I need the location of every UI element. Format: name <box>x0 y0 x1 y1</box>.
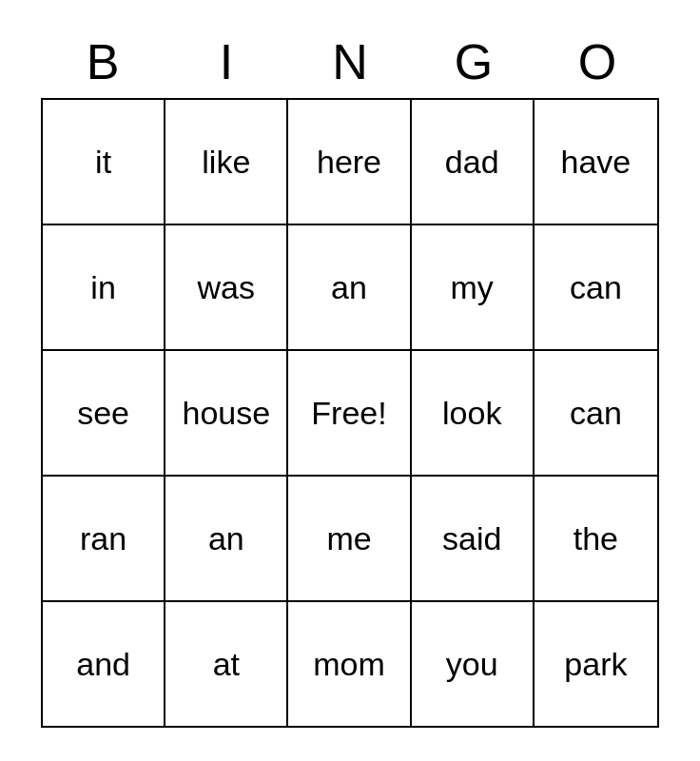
letter-n: N <box>288 33 412 90</box>
bingo-cell[interactable]: ran <box>43 477 165 600</box>
bingo-row: rananmesaidthe <box>43 477 657 602</box>
letter-b: B <box>41 33 165 90</box>
letter-i: I <box>165 33 288 90</box>
bingo-cell[interactable]: my <box>412 225 535 349</box>
bingo-cell[interactable]: mom <box>288 602 411 726</box>
bingo-cell[interactable]: dad <box>412 100 535 224</box>
bingo-cell[interactable]: an <box>288 225 411 349</box>
bingo-row: itlikeheredadhave <box>43 100 657 225</box>
bingo-cell[interactable]: like <box>165 100 288 224</box>
bingo-cell[interactable]: have <box>535 100 657 224</box>
letter-g: G <box>412 33 535 90</box>
bingo-cell[interactable]: Free! <box>288 351 411 475</box>
bingo-cell[interactable]: can <box>535 225 657 349</box>
bingo-grid: itlikeheredadhaveinwasanmycanseehouseFre… <box>41 98 659 728</box>
bingo-cell[interactable]: me <box>288 477 411 600</box>
bingo-cell[interactable]: house <box>165 351 288 475</box>
bingo-cell[interactable]: an <box>165 477 288 600</box>
bingo-row: seehouseFree!lookcan <box>43 351 657 477</box>
bingo-cell[interactable]: can <box>535 351 657 475</box>
bingo-cell[interactable]: it <box>43 100 165 224</box>
bingo-cell[interactable]: here <box>288 100 411 224</box>
bingo-row: andatmomyoupark <box>43 602 657 726</box>
bingo-cell[interactable]: the <box>535 477 657 600</box>
bingo-cell[interactable]: in <box>43 225 165 349</box>
bingo-cell[interactable]: see <box>43 351 165 475</box>
bingo-cell[interactable]: was <box>165 225 288 349</box>
bingo-cell[interactable]: and <box>43 602 165 726</box>
bingo-cell[interactable]: park <box>535 602 657 726</box>
bingo-header: B I N G O <box>41 33 659 90</box>
bingo-cell[interactable]: at <box>165 602 288 726</box>
bingo-cell[interactable]: you <box>412 602 535 726</box>
bingo-row: inwasanmycan <box>43 225 657 351</box>
bingo-cell[interactable]: said <box>412 477 535 600</box>
bingo-card: B I N G O itlikeheredadhaveinwasanmycans… <box>22 14 678 747</box>
letter-o: O <box>535 33 659 90</box>
bingo-cell[interactable]: look <box>412 351 535 475</box>
